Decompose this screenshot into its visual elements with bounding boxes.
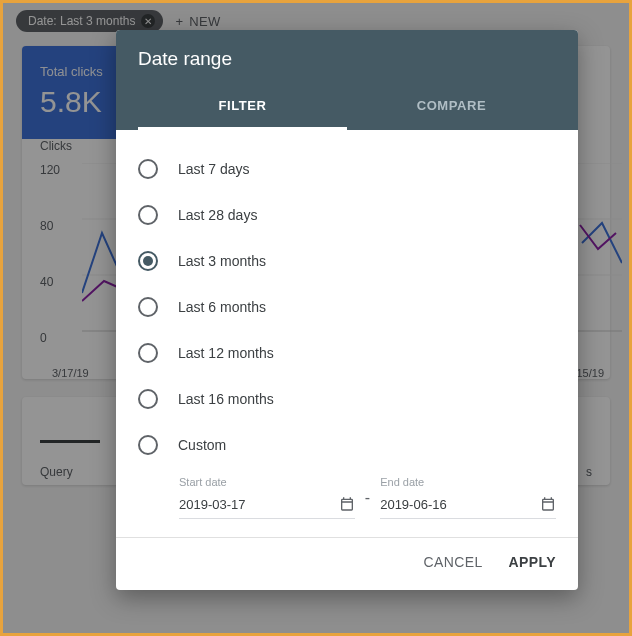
modal-tabs: FILTER COMPARE bbox=[138, 88, 556, 130]
option-last-12-months[interactable]: Last 12 months bbox=[138, 330, 556, 376]
calendar-icon[interactable] bbox=[339, 496, 355, 512]
option-label: Last 28 days bbox=[178, 207, 257, 223]
radio-icon bbox=[138, 159, 158, 179]
tab-filter[interactable]: FILTER bbox=[138, 88, 347, 130]
cancel-button[interactable]: CANCEL bbox=[423, 554, 482, 570]
option-label: Last 6 months bbox=[178, 299, 266, 315]
start-date-value: 2019-03-17 bbox=[179, 497, 246, 512]
radio-icon bbox=[138, 389, 158, 409]
custom-date-fields: Start date 2019-03-17 - End date 2019-06… bbox=[116, 476, 578, 537]
option-last-3-months[interactable]: Last 3 months bbox=[138, 238, 556, 284]
date-range-modal: Date range FILTER COMPARE Last 7 days La… bbox=[116, 30, 578, 590]
option-last-6-months[interactable]: Last 6 months bbox=[138, 284, 556, 330]
radio-icon bbox=[138, 297, 158, 317]
radio-icon bbox=[138, 435, 158, 455]
modal-title: Date range bbox=[138, 48, 556, 70]
start-date-label: Start date bbox=[179, 476, 355, 488]
tab-compare[interactable]: COMPARE bbox=[347, 88, 556, 130]
start-date-field[interactable]: Start date 2019-03-17 bbox=[179, 476, 355, 519]
date-range-options: Last 7 days Last 28 days Last 3 months L… bbox=[116, 130, 578, 476]
option-custom[interactable]: Custom bbox=[138, 422, 556, 468]
date-range-separator: - bbox=[365, 489, 370, 507]
option-last-7-days[interactable]: Last 7 days bbox=[138, 146, 556, 192]
end-date-label: End date bbox=[380, 476, 556, 488]
radio-icon bbox=[138, 205, 158, 225]
option-last-28-days[interactable]: Last 28 days bbox=[138, 192, 556, 238]
option-label: Last 12 months bbox=[178, 345, 274, 361]
radio-icon bbox=[138, 343, 158, 363]
modal-header: Date range FILTER COMPARE bbox=[116, 30, 578, 130]
apply-button[interactable]: APPLY bbox=[509, 554, 556, 570]
option-last-16-months[interactable]: Last 16 months bbox=[138, 376, 556, 422]
option-label: Last 7 days bbox=[178, 161, 250, 177]
option-label: Last 16 months bbox=[178, 391, 274, 407]
calendar-icon[interactable] bbox=[540, 496, 556, 512]
option-label: Custom bbox=[178, 437, 226, 453]
modal-actions: CANCEL APPLY bbox=[116, 538, 578, 586]
end-date-field[interactable]: End date 2019-06-16 bbox=[380, 476, 556, 519]
end-date-value: 2019-06-16 bbox=[380, 497, 447, 512]
option-label: Last 3 months bbox=[178, 253, 266, 269]
radio-icon bbox=[138, 251, 158, 271]
